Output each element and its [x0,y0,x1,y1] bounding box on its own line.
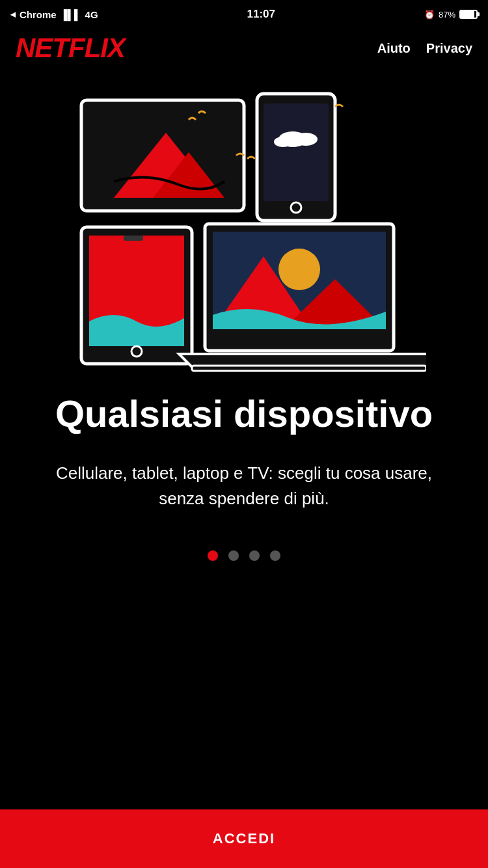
svg-rect-11 [124,236,143,241]
status-time: 11:07 [247,8,275,21]
main-title: Qualsiasi dispositivo [39,393,449,435]
network-type: 4G [85,9,98,20]
dot-3[interactable] [249,550,260,561]
header-links: Aiuto Privacy [377,41,472,56]
header: NETFLIX Aiuto Privacy [0,29,488,68]
svg-point-15 [278,249,320,290]
dot-2[interactable] [228,550,239,561]
battery-icon [459,10,478,19]
svg-rect-18 [192,366,426,371]
aiuto-link[interactable]: Aiuto [377,41,411,56]
privacy-link[interactable]: Privacy [426,41,472,56]
devices-svg [62,87,426,373]
accedi-button[interactable]: ACCEDI [0,809,488,868]
alarm-icon: ⏰ [424,10,435,20]
signal-bars: ▐▌▌ [61,9,81,20]
battery-percent: 87% [439,10,455,20]
text-section: Qualsiasi dispositivo Cellulare, tablet,… [0,380,488,511]
netflix-logo: NETFLIX [16,33,125,64]
carrier-label: Chrome [20,9,57,20]
status-bar: ◂ Chrome ▐▌▌ 4G 11:07 ⏰ 87% [0,0,488,29]
subtitle: Cellulare, tablet, laptop e TV: scegli t… [39,461,449,511]
pagination-dots [0,550,488,561]
status-left: ◂ Chrome ▐▌▌ 4G [10,8,98,20]
dot-1[interactable] [208,550,218,561]
svg-point-6 [294,133,318,146]
dot-4[interactable] [270,550,280,561]
devices-illustration [0,81,488,380]
svg-rect-4 [264,103,329,201]
back-arrow: ◂ [10,8,16,20]
status-right: ⏰ 87% [424,10,478,20]
svg-point-7 [274,137,292,147]
